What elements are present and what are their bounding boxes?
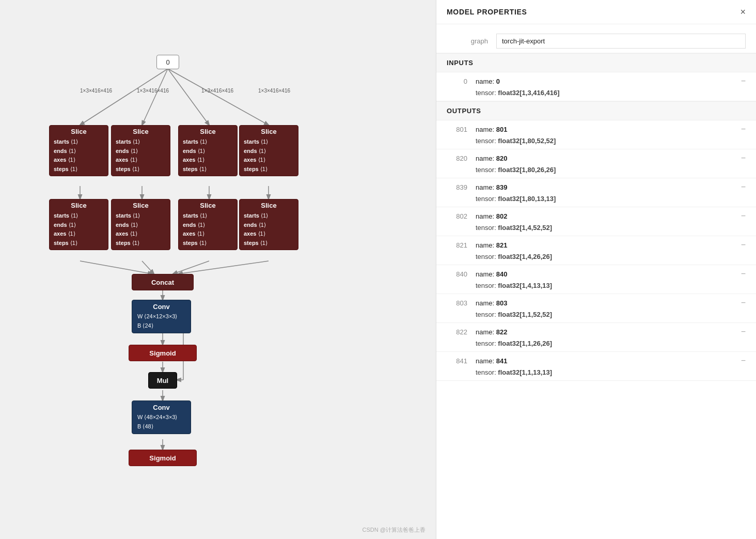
output-index-840: 840 xyxy=(447,270,467,278)
output-minus-822[interactable]: − xyxy=(741,327,746,336)
output-minus-840[interactable]: − xyxy=(741,269,746,279)
mul-label: Mul xyxy=(157,377,168,384)
svg-line-2 xyxy=(168,69,209,125)
outputs-list: 801 name: 801 − tensor: float32[1,80,52,… xyxy=(436,120,756,381)
output-item-822: 822 name: 822 − tensor: float32[1,1,26,2… xyxy=(436,323,756,352)
output-tensor-821: tensor: float32[1,4,26,26] xyxy=(436,252,756,265)
node-sigmoid2[interactable]: Sigmoid xyxy=(129,450,197,466)
properties-panel: MODEL PROPERTIES × graph torch-jit-expor… xyxy=(436,0,756,539)
input-0-tensor: tensor: float32[1,3,416,416] xyxy=(436,88,756,101)
output-minus-801[interactable]: − xyxy=(741,125,746,134)
graph-container: 0 1×3×416×416 1×3×416×416 1×3×416×416 1×… xyxy=(0,0,436,539)
concat-label: Concat xyxy=(151,279,174,286)
output-tensor-841: tensor: float32[1,1,13,13] xyxy=(436,367,756,380)
output-index-803: 803 xyxy=(447,299,467,307)
output-header-822: 822 name: 822 − xyxy=(436,323,756,338)
slice-r1-4-title: Slice xyxy=(244,128,294,135)
output-tensor-839: tensor: float32[1,80,13,13] xyxy=(436,194,756,207)
node-conv2[interactable]: Conv W ⟨48×24×3×3⟩ B ⟨48⟩ xyxy=(132,401,191,434)
properties-header: MODEL PROPERTIES × xyxy=(436,0,756,24)
slice-r1-2-title: Slice xyxy=(116,128,166,135)
output-index-821: 821 xyxy=(447,241,467,249)
edge-label-1: 1×3×416×416 xyxy=(80,88,112,94)
slice-r1-1-title: Slice xyxy=(54,128,104,135)
output-tensor-820: tensor: float32[1,80,26,26] xyxy=(436,165,756,178)
output-tensor-801: tensor: float32[1,80,52,52] xyxy=(436,136,756,149)
output-index-841: 841 xyxy=(447,357,467,365)
output-header-801: 801 name: 801 − xyxy=(436,120,756,136)
output-item-840: 840 name: 840 − tensor: float32[1,4,13,1… xyxy=(436,265,756,294)
node-concat[interactable]: Concat xyxy=(132,274,194,290)
close-button[interactable]: × xyxy=(740,7,746,17)
slice-r2-3-props: starts ⟨1⟩ ends ⟨1⟩ axes ⟨1⟩ steps ⟨1⟩ xyxy=(183,211,233,248)
output-index-820: 820 xyxy=(447,155,467,162)
slice-r2-2-title: Slice xyxy=(116,202,166,209)
watermark: CSDN @计算法爸爸上香 xyxy=(363,526,426,534)
slice-r1-2-props: starts ⟨1⟩ ends ⟨1⟩ axes ⟨1⟩ steps ⟨1⟩ xyxy=(116,137,166,174)
output-minus-820[interactable]: − xyxy=(741,153,746,163)
slice-r1-1-props: starts ⟨1⟩ ends ⟨1⟩ axes ⟨1⟩ steps ⟨1⟩ xyxy=(54,137,104,174)
output-tensor-840: tensor: float32[1,4,13,13] xyxy=(436,281,756,294)
output-tensor-803: tensor: float32[1,1,52,52] xyxy=(436,310,756,322)
properties-title: MODEL PROPERTIES xyxy=(447,8,527,16)
edge-label-4: 1×3×416×416 xyxy=(258,88,290,94)
output-minus-841[interactable]: − xyxy=(741,356,746,365)
slice-r1-4[interactable]: Slice starts ⟨1⟩ ends ⟨1⟩ axes ⟨1⟩ steps… xyxy=(239,125,298,176)
output-name-839: name: 839 xyxy=(476,183,741,191)
output-minus-803[interactable]: − xyxy=(741,298,746,307)
output-item-801: 801 name: 801 − tensor: float32[1,80,52,… xyxy=(436,120,756,149)
svg-line-3 xyxy=(168,69,269,125)
node-conv1[interactable]: Conv W ⟨24×12×3×3⟩ B ⟨24⟩ xyxy=(132,300,191,333)
output-header-840: 840 name: 840 − xyxy=(436,265,756,281)
graph-row: graph torch-jit-export xyxy=(436,29,756,53)
slice-r2-4[interactable]: Slice starts ⟨1⟩ ends ⟨1⟩ axes ⟨1⟩ steps… xyxy=(239,199,298,250)
slice-r2-4-props: starts ⟨1⟩ ends ⟨1⟩ axes ⟨1⟩ steps ⟨1⟩ xyxy=(244,211,294,248)
output-item-839: 839 name: 839 − tensor: float32[1,80,13,… xyxy=(436,178,756,207)
slice-r2-1[interactable]: Slice starts ⟨1⟩ ends ⟨1⟩ axes ⟨1⟩ steps… xyxy=(49,199,108,250)
outputs-section-header: OUTPUTS xyxy=(436,101,756,120)
sigmoid2-label: Sigmoid xyxy=(149,454,176,462)
slice-r1-1[interactable]: Slice starts ⟨1⟩ ends ⟨1⟩ axes ⟨1⟩ steps… xyxy=(49,125,108,176)
edge-label-2: 1×3×416×416 xyxy=(137,88,169,94)
sigmoid1-label: Sigmoid xyxy=(149,349,176,357)
node-input[interactable]: 0 xyxy=(156,55,179,69)
slice-r2-1-title: Slice xyxy=(54,202,104,209)
output-header-802: 802 name: 802 − xyxy=(436,207,756,223)
output-index-802: 802 xyxy=(447,212,467,220)
slice-r2-3[interactable]: Slice starts ⟨1⟩ ends ⟨1⟩ axes ⟨1⟩ steps… xyxy=(178,199,238,250)
input-item-0: 0 name: 0 − tensor: float32[1,3,416,416] xyxy=(436,72,756,101)
output-minus-839[interactable]: − xyxy=(741,182,746,192)
output-item-821: 821 name: 821 − tensor: float32[1,4,26,2… xyxy=(436,236,756,265)
output-item-802: 802 name: 802 − tensor: float32[1,4,52,5… xyxy=(436,207,756,236)
slice-r2-2[interactable]: Slice starts ⟨1⟩ ends ⟨1⟩ axes ⟨1⟩ steps… xyxy=(111,199,170,250)
node-input-label: 0 xyxy=(166,58,169,66)
conv2-props: W ⟨48×24×3×3⟩ B ⟨48⟩ xyxy=(137,413,185,431)
input-0-name: name: 0 xyxy=(476,78,741,85)
output-item-803: 803 name: 803 − tensor: float32[1,1,52,5… xyxy=(436,294,756,323)
output-minus-802[interactable]: − xyxy=(741,211,746,221)
input-0-minus[interactable]: − xyxy=(741,76,746,86)
properties-body: graph torch-jit-export INPUTS 0 name: 0 … xyxy=(436,24,756,386)
output-name-821: name: 821 xyxy=(476,241,741,249)
slice-r2-4-title: Slice xyxy=(244,202,294,209)
node-mul[interactable]: Mul xyxy=(148,372,177,389)
svg-line-9 xyxy=(142,261,154,274)
slice-r1-3-props: starts ⟨1⟩ ends ⟨1⟩ axes ⟨1⟩ steps ⟨1⟩ xyxy=(183,137,233,174)
output-minus-821[interactable]: − xyxy=(741,240,746,250)
output-name-801: name: 801 xyxy=(476,126,741,133)
graph-panel: 0 1×3×416×416 1×3×416×416 1×3×416×416 1×… xyxy=(0,0,436,539)
node-sigmoid1[interactable]: Sigmoid xyxy=(129,345,197,361)
output-header-839: 839 name: 839 − xyxy=(436,178,756,194)
slice-r1-3[interactable]: Slice starts ⟨1⟩ ends ⟨1⟩ axes ⟨1⟩ steps… xyxy=(178,125,238,176)
conv2-title: Conv xyxy=(137,404,185,411)
output-header-803: 803 name: 803 − xyxy=(436,294,756,310)
output-name-822: name: 822 xyxy=(476,328,741,336)
graph-value[interactable]: torch-jit-export xyxy=(496,34,746,49)
slice-r2-3-title: Slice xyxy=(183,202,233,209)
output-index-839: 839 xyxy=(447,183,467,191)
output-name-802: name: 802 xyxy=(476,212,741,220)
output-name-840: name: 840 xyxy=(476,270,741,278)
slice-r1-2[interactable]: Slice starts ⟨1⟩ ends ⟨1⟩ axes ⟨1⟩ steps… xyxy=(111,125,170,176)
output-index-801: 801 xyxy=(447,126,467,133)
output-header-820: 820 name: 820 − xyxy=(436,149,756,165)
